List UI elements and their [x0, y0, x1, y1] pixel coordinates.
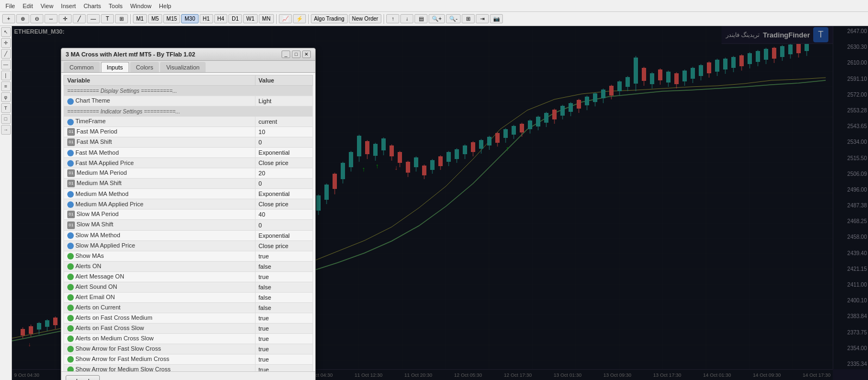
modal-minimize-btn[interactable]: _ — [282, 50, 290, 58]
value-cell[interactable]: false — [255, 302, 312, 313]
table-row[interactable]: Alert Message ONtrue — [64, 271, 313, 282]
table-row[interactable]: 01Medium MA Period20 — [64, 168, 313, 179]
table-row[interactable]: TimeFramecurrent — [64, 117, 313, 127]
line-tool[interactable]: ╱ — [1, 49, 11, 59]
value-cell[interactable]: true — [255, 271, 312, 282]
value-cell[interactable]: 0 — [255, 179, 312, 189]
table-row[interactable]: Show Arrow for Fast Slow Crosstrue — [64, 344, 313, 354]
chart-zoom-in[interactable]: 🔍+ — [429, 14, 445, 23]
menu-view[interactable]: View — [37, 2, 57, 10]
arrow-tool[interactable]: → — [1, 125, 11, 135]
tab-colors[interactable]: Colors — [130, 62, 159, 72]
scroll-btn[interactable]: ↔ — [44, 14, 58, 23]
value-cell[interactable]: true — [255, 323, 312, 333]
tf-w1[interactable]: W1 — [243, 14, 258, 23]
value-cell[interactable]: Exponential — [255, 189, 312, 199]
value-cell[interactable]: 40 — [255, 210, 312, 220]
new-order-btn[interactable]: New Order — [349, 14, 381, 23]
table-row[interactable]: 01Slow MA Period40 — [64, 210, 313, 220]
table-row[interactable]: Medium MA MethodExponential — [64, 189, 313, 199]
menu-charts[interactable]: Charts — [80, 2, 104, 10]
value-cell[interactable]: false — [255, 261, 312, 271]
value-cell[interactable]: 0 — [255, 137, 312, 148]
crosshair-tool[interactable]: ✛ — [1, 38, 11, 48]
table-row[interactable]: Fast MA Applied PriceClose price — [64, 158, 313, 168]
indicators-btn[interactable]: ⚡ — [293, 14, 306, 23]
text-tool[interactable]: T — [1, 103, 11, 113]
tab-common[interactable]: Common — [63, 62, 100, 72]
tf-h4[interactable]: H4 — [214, 14, 228, 23]
screenshot-btn[interactable]: 📷 — [490, 14, 503, 23]
grid-btn[interactable]: ⊞ — [462, 14, 475, 23]
tf-m1[interactable]: M1 — [133, 14, 147, 23]
chart-area[interactable]: ↓ ↓ — [12, 26, 868, 380]
value-cell[interactable]: true — [255, 313, 312, 323]
table-row[interactable]: Alerts on Currentfalse — [64, 302, 313, 313]
table-row[interactable]: Alerts on Fast Cross Slowtrue — [64, 323, 313, 333]
table-row[interactable]: 01Medium MA Shift0 — [64, 179, 313, 189]
menu-edit[interactable]: Edit — [20, 2, 36, 10]
tab-inputs[interactable]: Inputs — [101, 62, 129, 72]
value-cell[interactable]: 0 — [255, 220, 312, 230]
tf-m30[interactable]: M30 — [181, 14, 198, 23]
table-row[interactable]: Slow MA MethodExponential — [64, 230, 313, 240]
zoom-in-btn[interactable]: ⊕ — [16, 14, 29, 23]
table-row[interactable]: Alerts on Fast Cross Mediumtrue — [64, 313, 313, 323]
menu-insert[interactable]: Insert — [58, 2, 79, 10]
modal-overlay[interactable]: 3 MA Cross with Alert mtf MT5 - By TFlab… — [12, 26, 868, 380]
text-btn[interactable]: T — [101, 14, 114, 23]
chart-type-btn[interactable]: 📈 — [279, 14, 292, 23]
modal-maximize-btn[interactable]: □ — [292, 50, 301, 58]
value-cell[interactable]: Exponential — [255, 148, 312, 158]
table-row[interactable]: Alert Sound ONfalse — [64, 282, 313, 292]
value-cell[interactable]: true — [255, 354, 312, 364]
fib-tool[interactable]: φ — [1, 92, 11, 102]
zoom-out-btn[interactable]: ⊖ — [30, 14, 43, 23]
table-row[interactable]: 01Slow MA Shift0 — [64, 220, 313, 230]
table-row[interactable]: Show Arrow for Medium Slow Crosstrue — [64, 364, 313, 371]
menu-file[interactable]: File — [2, 2, 18, 10]
value-cell[interactable]: Light — [255, 96, 312, 106]
value-cell[interactable]: 20 — [255, 168, 312, 179]
hline-btn[interactable]: — — [87, 14, 100, 23]
channel-tool[interactable]: ≡ — [1, 81, 11, 91]
value-cell[interactable]: true — [255, 364, 312, 371]
tf-m5[interactable]: M5 — [148, 14, 162, 23]
chart-zoom-out[interactable]: 🔍- — [446, 14, 461, 23]
load-btn[interactable]: Load — [66, 375, 100, 380]
value-cell[interactable]: Exponential — [255, 230, 312, 240]
table-row[interactable]: ========== Indicator Settings ==========… — [64, 106, 313, 117]
value-cell[interactable]: true — [255, 251, 312, 261]
table-row[interactable]: Show Arrow for Fast Medium Crosstrue — [64, 354, 313, 364]
value-cell[interactable]: Close price — [255, 240, 312, 251]
table-row[interactable]: 01Fast MA Shift0 — [64, 137, 313, 148]
tf-d1[interactable]: D1 — [228, 14, 242, 23]
vol-btn[interactable]: ▤ — [414, 14, 427, 23]
value-cell[interactable]: 10 — [255, 127, 312, 137]
modal-content[interactable]: Variable Value ========== Display Settin… — [61, 73, 315, 371]
line-btn[interactable]: ╱ — [73, 14, 86, 23]
buy-btn[interactable]: ↑ — [386, 14, 399, 23]
table-row[interactable]: ========== Display Settings ==========..… — [64, 86, 313, 96]
tf-h1[interactable]: H1 — [200, 14, 213, 23]
crosshair-btn[interactable]: ✛ — [59, 14, 72, 23]
value-cell[interactable]: false — [255, 282, 312, 292]
new-chart-btn[interactable]: + — [2, 14, 15, 23]
algo-trading-btn[interactable]: Algo Trading — [311, 14, 348, 23]
objects-btn[interactable]: ⊞ — [115, 14, 128, 23]
hline-tool[interactable]: — — [1, 60, 11, 69]
modal-close-btn[interactable]: ✕ — [302, 50, 311, 58]
value-cell[interactable]: Close price — [255, 199, 312, 210]
table-row[interactable]: Slow MA Applied PriceClose price — [64, 240, 313, 251]
value-cell[interactable]: true — [255, 344, 312, 354]
table-row[interactable]: Medium MA Applied PriceClose price — [64, 199, 313, 210]
table-row[interactable]: Fast MA MethodExponential — [64, 148, 313, 158]
tf-m15[interactable]: M15 — [163, 14, 180, 23]
vline-tool[interactable]: | — [1, 71, 11, 80]
value-cell[interactable]: Close price — [255, 158, 312, 168]
value-cell[interactable]: current — [255, 117, 312, 127]
cursor-tool[interactable]: ↖ — [1, 27, 11, 37]
table-row[interactable]: Alerts ONfalse — [64, 261, 313, 271]
sell-btn[interactable]: ↓ — [400, 14, 413, 23]
tf-mn[interactable]: MN — [259, 14, 274, 23]
